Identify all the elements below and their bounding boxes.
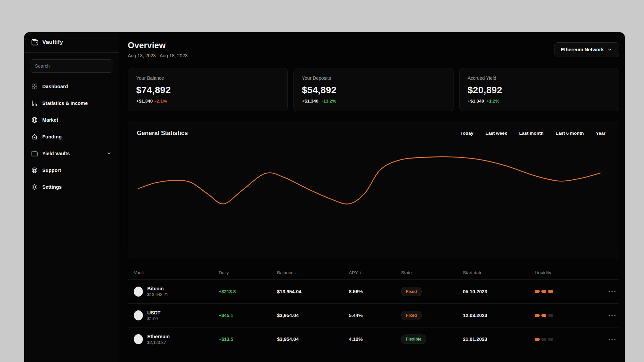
state-badge: Fixed: [401, 287, 422, 296]
sidebar-item-dashboard[interactable]: Dashboard: [24, 78, 119, 95]
filter-year[interactable]: Year: [596, 131, 605, 136]
row-menu-button[interactable]: •••: [608, 290, 616, 293]
page-header: Overview Aug 13, 2023 - Aug 18, 2023 Eth…: [128, 41, 619, 58]
column-header-apy[interactable]: APY↓: [349, 270, 401, 275]
statistics-title: General Statistics: [137, 130, 188, 137]
column-header-daily: Daily: [219, 270, 277, 275]
sidebar-item-statistics-income[interactable]: Statistics & Income: [24, 95, 119, 112]
lifebuoy-icon: [31, 167, 38, 174]
start-date: 12.03.2023: [463, 313, 535, 318]
filter-last-6-month[interactable]: Last 6 month: [555, 131, 584, 136]
date-range: Aug 13, 2023 - Aug 18, 2023: [128, 53, 187, 58]
vault-name: Bitcoin: [147, 286, 168, 291]
vault-cell: USDT$1.00: [134, 310, 219, 321]
coin-avatar: [134, 334, 143, 344]
table-row-ethereum[interactable]: Ethereum$2,123.87+$13.5$3,954.044.12%Fle…: [128, 327, 619, 351]
sidebar-nav: DashboardStatistics & IncomeMarketFundin…: [24, 78, 119, 195]
sidebar-item-support[interactable]: Support: [24, 162, 119, 179]
stat-card-your-balance: Your Balance$74,892+$1,340-2.1%: [128, 68, 288, 111]
stat-card-label: Accrued Yield: [468, 75, 611, 81]
gear-icon: [31, 184, 38, 190]
statistics-header: General Statistics TodayLast weekLast mo…: [137, 130, 610, 137]
sort-desc-icon: ↓: [359, 270, 362, 275]
wallet-logo-icon: [31, 39, 39, 46]
sidebar-item-settings[interactable]: Settings: [24, 179, 119, 195]
app-logo: Vaultify: [24, 32, 119, 53]
liquidity-indicator: [535, 338, 591, 341]
balance-value: $3,954.04: [277, 337, 349, 342]
main-content: Overview Aug 13, 2023 - Aug 18, 2023 Eth…: [119, 32, 625, 362]
chevron-down-icon: [106, 151, 112, 156]
stat-card-change: +$1,340-2.1%: [136, 99, 279, 104]
stat-card-value: $74,892: [136, 85, 279, 96]
table-header-row: VaultDailyBalance↓APY↓StateStart dateLiq…: [128, 266, 619, 280]
apy-value: 5.44%: [349, 313, 401, 318]
stat-card-label: Your Deposits: [302, 75, 445, 81]
daily-change: +$45.1: [219, 313, 277, 318]
stat-cards-row: Your Balance$74,892+$1,340-2.1%Your Depo…: [128, 68, 619, 111]
state-badge: Flexible: [401, 335, 426, 344]
liquidity-pill: [541, 338, 546, 341]
stat-card-accrued-yield: Accrued Yield$20,892+$1,340+1.2%: [459, 68, 619, 111]
globe-icon: [31, 117, 38, 123]
liquidity-pill: [541, 314, 546, 317]
app-window: Vaultify DashboardStatistics & IncomeMar…: [24, 32, 625, 362]
barchart-icon: [31, 100, 38, 107]
column-header-start-date: Start date: [463, 270, 535, 275]
network-selector[interactable]: Ethereum Network: [554, 42, 619, 57]
filter-last-week[interactable]: Last week: [485, 131, 507, 136]
change-percent: -2.1%: [155, 99, 167, 104]
row-menu-button[interactable]: •••: [608, 338, 616, 341]
app-name: Vaultify: [42, 39, 63, 46]
stat-card-value: $20,892: [468, 85, 611, 96]
liquidity-pill: [535, 338, 540, 341]
liquidity-pill: [541, 290, 546, 293]
liquidity-pill: [548, 338, 553, 341]
vault-price: $2,123.87: [147, 340, 170, 345]
search-input[interactable]: [30, 59, 113, 73]
change-percent: +1.2%: [486, 99, 499, 104]
filter-last-month[interactable]: Last month: [519, 131, 544, 136]
sidebar-item-label: Settings: [42, 184, 62, 190]
daily-change: +$13.5: [219, 337, 277, 342]
balance-value: $3,954.04: [277, 313, 349, 318]
sort-desc-icon: ↓: [295, 270, 297, 275]
vault-cell: Bitcoin$13,643.21: [134, 286, 219, 297]
change-percent: +13.2%: [321, 99, 336, 104]
page-header-text: Overview Aug 13, 2023 - Aug 18, 2023: [128, 41, 187, 58]
table-body: Bitcoin$13,643.21+$213.8$13,954.048.56%F…: [128, 280, 619, 351]
start-date: 21.01.2023: [463, 337, 535, 342]
coin-avatar: [134, 310, 143, 320]
change-amount: +$1,340: [136, 99, 153, 104]
sidebar-item-label: Yield Vaults: [42, 151, 70, 156]
vault-name: Ethereum: [147, 334, 170, 339]
sidebar-item-label: Dashboard: [42, 84, 68, 89]
stat-card-change: +$1,340+13.2%: [302, 99, 445, 104]
table-row-bitcoin[interactable]: Bitcoin$13,643.21+$213.8$13,954.048.56%F…: [128, 280, 619, 303]
general-statistics-panel: General Statistics TodayLast weekLast mo…: [128, 121, 619, 259]
chevron-down-icon: [607, 47, 612, 52]
liquidity-pill: [535, 314, 540, 317]
liquidity-pill: [548, 290, 553, 293]
change-amount: +$1,340: [468, 99, 484, 104]
sidebar-item-market[interactable]: Market: [24, 112, 119, 128]
sidebar-item-funding[interactable]: Funding: [24, 128, 119, 145]
daily-change: +$213.8: [219, 289, 277, 294]
row-menu-button[interactable]: •••: [608, 314, 616, 317]
stat-card-your-deposits: Your Deposits$54,892+$1,340+13.2%: [293, 68, 453, 111]
table-row-usdt[interactable]: USDT$1.00+$45.1$3,954.045.44%Fixed12.03.…: [128, 303, 619, 327]
column-header-vault: Vault: [134, 270, 219, 275]
column-header-balance[interactable]: Balance↓: [277, 270, 349, 275]
sidebar: Vaultify DashboardStatistics & IncomeMar…: [24, 32, 119, 362]
network-selector-label: Ethereum Network: [561, 47, 604, 52]
change-amount: +$1,340: [302, 99, 318, 104]
sidebar-item-yield-vaults[interactable]: Yield Vaults: [24, 145, 119, 162]
filter-today[interactable]: Today: [460, 131, 473, 136]
time-filters: TodayLast weekLast monthLast 6 monthYear: [460, 131, 610, 136]
start-date: 05.10.2023: [463, 289, 535, 294]
liquidity-indicator: [535, 314, 591, 317]
liquidity-pill: [535, 290, 540, 293]
stat-card-change: +$1,340+1.2%: [468, 99, 611, 104]
statistics-line-chart: [137, 144, 610, 245]
apy-value: 8.56%: [349, 289, 401, 294]
